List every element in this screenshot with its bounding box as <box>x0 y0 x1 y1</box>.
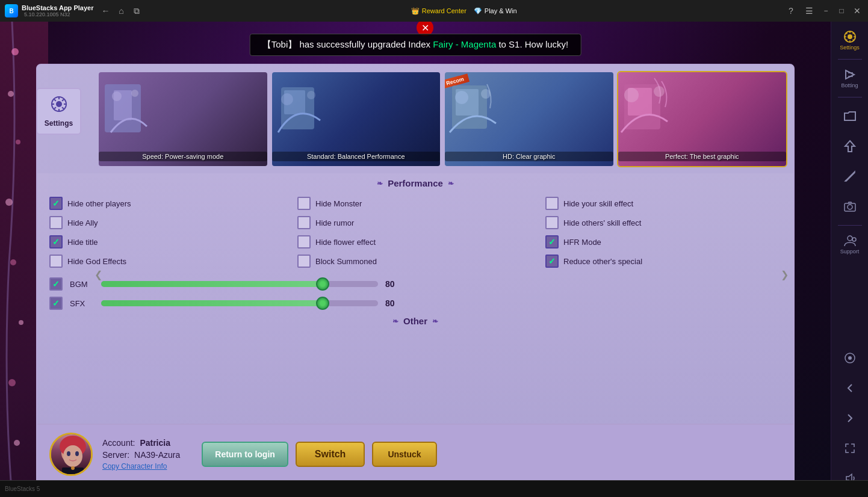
help-button[interactable]: ? <box>784 4 798 18</box>
checkbox-hide-others-skill-box[interactable] <box>545 216 559 229</box>
preset-standard[interactable]: Standard: Balanced Performance <box>271 71 442 167</box>
unstuck-button[interactable]: Unstuck <box>372 442 436 467</box>
checkbox-hide-others-skill[interactable]: Hide others' skill effect <box>545 216 781 229</box>
bgm-checkbox[interactable] <box>49 277 63 291</box>
svg-point-37 <box>852 238 856 241</box>
reward-center[interactable]: 👑 Reward Center <box>411 7 467 15</box>
tabs-button[interactable]: ⧉ <box>129 4 144 18</box>
bs-bottom-settings[interactable] <box>836 344 864 372</box>
other-label: Other <box>403 316 427 326</box>
bs-botting-item[interactable]: Botting <box>836 64 864 92</box>
preset-arrow-right[interactable]: ❯ <box>781 269 789 280</box>
checkbox-hide-monster[interactable]: Hide Monster <box>297 197 533 210</box>
copy-character-info[interactable]: Copy Character Info <box>102 462 180 471</box>
checkbox-hfr-mode-label: HFR Mode <box>563 238 601 247</box>
topbar: B BlueStacks App Player 5.10.220.1005 N3… <box>0 0 868 22</box>
bs-right-panel: Settings Botting <box>831 22 868 497</box>
checkbox-hide-god[interactable]: Hide God Effects <box>49 255 285 268</box>
checkbox-block-summoned-box[interactable] <box>297 255 311 268</box>
bs-expand-button[interactable] <box>836 434 864 462</box>
home-button[interactable]: ⌂ <box>114 4 128 18</box>
checkbox-reduce-special[interactable]: Reduce other's special <box>545 255 781 268</box>
preset-speed[interactable]: Speed: Power-saving mode <box>98 71 268 167</box>
preset-perfect[interactable]: Perfect: The best graphic <box>617 71 788 167</box>
back-button[interactable]: ← <box>98 4 113 18</box>
checkbox-reduce-special-box[interactable] <box>545 255 559 268</box>
preset-perfect-bg: Perfect: The best graphic <box>618 72 787 166</box>
checkbox-hide-rumor-box[interactable] <box>297 216 311 229</box>
perf-deco-left: ❧ <box>377 179 383 188</box>
checkbox-hide-skill[interactable]: Hide your skill effect <box>545 197 781 210</box>
checkbox-hide-ally-box[interactable] <box>49 216 63 229</box>
bottom-user-section: Account: Patricia Server: NA39-Azura Cop… <box>37 424 793 484</box>
checkbox-hide-monster-box[interactable] <box>297 197 311 210</box>
preset-perfect-label: Perfect: The best graphic <box>618 152 787 161</box>
bgm-thumb[interactable] <box>316 277 329 291</box>
bgm-value: 80 <box>385 279 403 289</box>
svg-point-33 <box>848 34 852 39</box>
account-name: Patricia <box>140 438 170 448</box>
topbar-nav: ← ⌂ ⧉ <box>98 4 144 18</box>
bs-edit-item[interactable] <box>836 162 864 190</box>
bs-settings-label: Settings <box>840 45 860 51</box>
sfx-checkbox[interactable] <box>49 297 63 310</box>
preset-hd[interactable]: Recom HD: Clear graphic <box>444 71 615 167</box>
checkbox-hfr-mode-box[interactable] <box>545 235 559 248</box>
svg-point-28 <box>67 451 70 456</box>
sfx-track[interactable] <box>101 300 378 306</box>
svg-point-29 <box>75 451 79 456</box>
performance-header: ❧ Performance ❧ <box>49 178 781 188</box>
bgm-track[interactable] <box>101 281 378 287</box>
user-server: Server: NA39-Azura <box>102 450 180 460</box>
bs-macro-item[interactable] <box>836 132 864 160</box>
checkbox-hide-flower-box[interactable] <box>297 235 311 248</box>
svg-point-13 <box>131 90 138 97</box>
checkbox-hide-flower[interactable]: Hide flower effect <box>297 235 533 248</box>
checkbox-hide-title-box[interactable] <box>49 235 63 248</box>
switch-button[interactable]: Switch <box>296 442 365 467</box>
app-version: 5.10.220.1005 N32 <box>24 11 93 17</box>
app-name: BlueStacks App Player <box>22 4 93 11</box>
checkbox-hide-rumor[interactable]: Hide rumor <box>297 216 533 229</box>
svg-point-27 <box>63 445 82 467</box>
bgm-slider-row: BGM 80 <box>49 277 781 291</box>
checkbox-hide-skill-box[interactable] <box>545 197 559 210</box>
bs-collapse-button[interactable] <box>836 374 864 402</box>
bgm-label: BGM <box>70 280 94 289</box>
minimize-button[interactable]: − <box>820 5 832 17</box>
bs-settings-item[interactable]: Settings <box>836 26 864 54</box>
svg-point-39 <box>848 356 852 360</box>
close-window-button[interactable]: ✕ <box>851 5 863 17</box>
svg-point-24 <box>624 88 639 102</box>
checkbox-block-summoned[interactable]: Block Summoned <box>297 255 533 268</box>
checkbox-hide-players-label: Hide other players <box>67 199 131 208</box>
bs-nav-button[interactable] <box>836 404 864 432</box>
settings-float-tab[interactable]: Settings <box>36 88 81 135</box>
svg-point-16 <box>281 93 293 105</box>
preset-arrow-left[interactable]: ❮ <box>95 269 102 280</box>
performance-section: ❧ Performance ❧ Hide other players Hide … <box>37 173 793 331</box>
checkbox-hide-title[interactable]: Hide title <box>49 235 285 248</box>
return-to-login-button[interactable]: Return to login <box>202 442 288 467</box>
perf-label: Performance <box>388 178 443 188</box>
checkbox-hide-players[interactable]: Hide other players <box>49 197 285 210</box>
play-and-win[interactable]: 💎 Play & Win <box>474 7 517 15</box>
bs-support-item[interactable]: Support <box>836 230 864 258</box>
bs-folder-item[interactable] <box>836 102 864 130</box>
checkbox-hfr-mode[interactable]: HFR Mode <box>545 235 781 248</box>
maximize-button[interactable]: □ <box>835 5 848 17</box>
checkbox-hide-players-box[interactable] <box>49 197 63 210</box>
settings-float-icon <box>50 95 68 117</box>
svg-point-35 <box>848 205 852 209</box>
checkbox-hide-ally[interactable]: Hide Ally <box>49 216 285 229</box>
bs-camera-item[interactable] <box>836 193 864 220</box>
server-label: Server: <box>102 450 129 460</box>
bs-botting-label: Botting <box>841 82 858 88</box>
panel-divider-3 <box>838 225 862 226</box>
presets-row: ❮ Speed: Power-saving mode <box>37 65 793 173</box>
menu-button[interactable]: ☰ <box>802 4 816 18</box>
sfx-thumb[interactable] <box>316 297 329 310</box>
account-label: Account: <box>102 438 135 448</box>
other-section: ❧ Other ❧ <box>49 316 781 326</box>
checkbox-hide-god-box[interactable] <box>49 255 63 268</box>
